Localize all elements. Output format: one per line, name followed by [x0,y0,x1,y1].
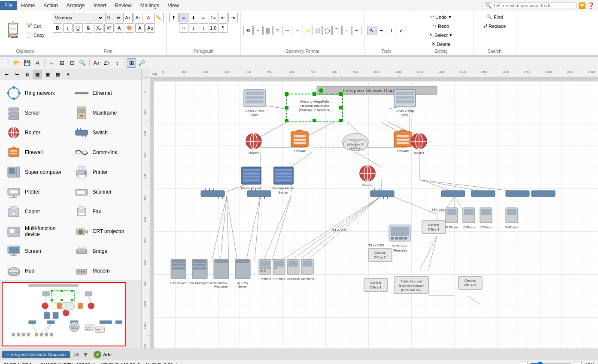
highlight-button[interactable]: ✏️ [154,13,164,22]
numbered-list-button[interactable]: 1≡ [209,13,218,22]
add-page-button[interactable]: + Add [94,351,112,358]
bullet-list-button[interactable]: ≡ [199,13,208,22]
shape-grid1-button[interactable]: ▦ [33,70,42,79]
new-button[interactable]: 📄 [2,58,11,68]
select-button[interactable]: ↖ Select ▼ [427,31,455,39]
elem-media-server[interactable]: Media Server [241,167,261,190]
menu-home[interactable]: Home [17,1,39,10]
increase-font-button[interactable]: A↑ [123,13,133,22]
elem-sofphone-r1[interactable]: SofPhone [505,208,519,229]
minimap[interactable]: Central Office 1 PSTN SofPhone (Remote) [2,282,126,346]
text-shadow-button[interactable]: A [135,23,145,33]
shape-mainframe[interactable]: Mainframe [71,103,138,122]
spacing-select[interactable]: 1.0 [209,23,218,33]
shape-fill-button[interactable]: ⬜ [313,26,322,35]
menu-view[interactable]: View [164,1,183,10]
line-spacing-button[interactable]: ↕ [199,23,208,33]
connector-tool[interactable]: ⌀ [397,26,406,35]
search-shapes-button[interactable]: 🔎 [137,58,146,68]
shape-super-computer[interactable]: Super computer [3,163,70,182]
shape-multi-function[interactable]: Multi-function device [3,222,70,241]
circle-button[interactable]: ◯ [322,26,332,35]
page-tab-enterprise[interactable]: Enterprise Network Diagram [2,351,70,358]
arrow-style-button[interactable]: → [293,26,302,35]
font-family-select[interactable]: Verdana Arial Times New Roman [53,13,104,22]
shape-bridge[interactable]: Bridge [71,242,138,261]
text-tool[interactable]: T [387,26,396,35]
superscript-button[interactable]: X² [104,23,114,33]
elem-ip-phone-r2[interactable]: IP Phone [463,208,475,229]
elem-ip-phone-r1[interactable]: IP Phone [446,208,458,229]
menu-insert[interactable]: Insert [89,1,110,10]
elem-switch-r3[interactable] [506,191,529,197]
elem-switch-far-right[interactable] [531,191,555,197]
elem-interactive-response[interactable]: Interactive Response [214,259,229,288]
open-button[interactable]: 📂 [12,58,21,68]
redo-button[interactable]: ↪ Redo [430,22,452,30]
shape-grid3-button[interactable]: ▦ [53,70,63,79]
view-toggle-button[interactable]: ⊞ [127,58,136,68]
shape-comm-link[interactable]: Comm-link [71,143,138,162]
pen-tool[interactable]: ✒ [377,26,386,35]
elem-pstn[interactable]: Public Switched Telephone Network (Local… [394,276,428,294]
menu-arrange[interactable]: Arrange [62,1,89,10]
shape-crt-projector[interactable]: CRT projector [71,222,138,241]
shape-panel-menu[interactable]: ▾ [64,70,73,79]
sort-other-button[interactable]: ↕ [112,58,122,68]
zoom-in-button[interactable]: + [574,361,582,364]
font-style-button[interactable]: A [115,23,124,33]
print-button[interactable]: 🖨 [33,58,42,68]
pencil-button[interactable]: ✏ [352,26,361,35]
diagram-canvas[interactable]: Enterprise Network Diagram [154,81,598,349]
shape-fax[interactable]: Fax [71,202,138,221]
copy-button[interactable]: 📄 Copy [24,31,47,39]
zoom-slider[interactable] [529,361,572,364]
all-pages-label[interactable]: All [74,352,79,357]
elem-ip-phone-r3[interactable]: IP Phone [480,208,492,229]
para-spacing-button[interactable]: ¶ [219,23,228,33]
mirror-button[interactable]: ↔ [253,26,263,35]
paste-button[interactable]: 📋 Paste [3,21,23,40]
elem-central-office-1b[interactable]: Central Office 1 [364,279,388,291]
line-style-button[interactable]: ─ [283,26,292,35]
effect-button[interactable]: ✨ [303,26,312,35]
undo-button[interactable]: ↩ Undo ▼ [428,13,454,21]
menu-mailings[interactable]: Mailings [136,1,164,10]
shape-modem[interactable]: Modem [71,261,138,280]
direction-button[interactable]: ⟲ [243,26,253,35]
elem-sofphone-1[interactable]: SofPhone [287,259,300,280]
shape-server[interactable]: Server [3,103,70,122]
search-input[interactable] [493,3,571,8]
text-case-button[interactable]: Aa [146,23,155,33]
italic-button[interactable]: I [63,23,73,33]
shape-ethernet[interactable]: Ethernet [71,84,138,103]
shape-router[interactable]: Router [3,123,70,142]
save-button[interactable]: 💾 [22,58,32,68]
menu-file[interactable]: File [0,1,17,10]
shape-plotter[interactable]: Plotter [3,182,70,201]
pointer-tool[interactable]: ↖ [367,26,376,35]
text-direction-button[interactable]: ↕ [189,23,198,33]
shape-switch[interactable]: Switch [71,123,138,142]
zoom-out-button[interactable]: − [520,361,528,364]
elem-ip-phone-1[interactable]: IP Phone [259,259,271,280]
menu-action[interactable]: Action [39,1,62,10]
strikethrough-button[interactable]: S̶ [84,23,93,33]
elem-switch-r2[interactable] [471,191,495,197]
shape-back-button[interactable]: ↩ [2,70,11,79]
shape-scanner[interactable]: Scanner [71,182,138,201]
shape-hub[interactable]: Hub [3,261,70,280]
shape-printer[interactable]: Printer [71,163,138,182]
align-bottom-button[interactable]: ⬇ [189,13,198,22]
decrease-font-button[interactable]: A↓ [134,13,143,22]
cut-button[interactable]: ✂️ Cut [24,22,47,30]
delete-button[interactable]: ✕ Delete [429,40,453,48]
replace-button[interactable]: ⇄ Replace [481,22,508,30]
zoom-button[interactable]: 🔍 [78,58,87,68]
line-color-button[interactable]: □ [273,26,282,35]
elem-internet-cloud[interactable]: Internet (Alternate IP Network) [343,133,368,151]
help-icon[interactable]: ❓ [587,2,595,9]
font-size-select[interactable]: 9101214 [105,13,122,22]
font-color-button[interactable]: A [144,13,153,22]
elem-ip-phone-2[interactable]: IP Phone [273,259,285,280]
